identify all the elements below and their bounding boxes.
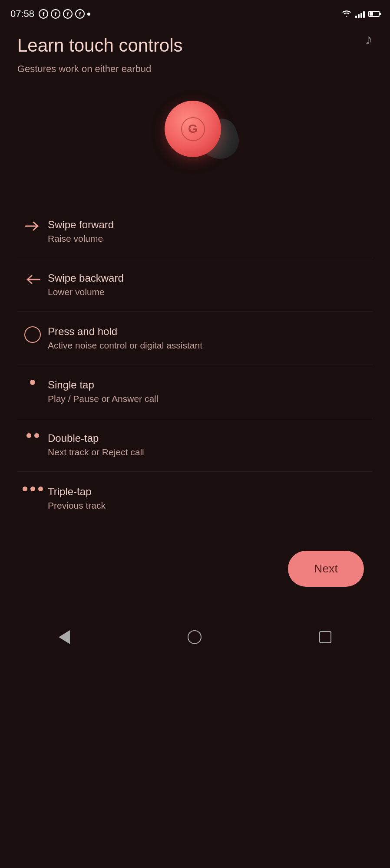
next-button[interactable]: Next — [288, 551, 364, 587]
page-subtitle: Gestures work on either earbud — [17, 63, 373, 75]
double-dot-icon — [26, 433, 39, 438]
double-tap-desc: Next track or Reject call — [48, 447, 373, 457]
triple-dot-icon — [23, 487, 43, 491]
google-g-logo: G — [181, 117, 205, 141]
facebook-icon-1: f — [39, 9, 48, 19]
next-button-container: Next — [17, 533, 373, 604]
swipe-backward-icon — [17, 272, 48, 286]
double-tap-text: Double-tap Next track or Reject call — [48, 432, 373, 457]
gesture-item-press-hold: Press and hold Active noise control or d… — [17, 312, 373, 365]
gesture-item-double-tap: Double-tap Next track or Reject call — [17, 418, 373, 472]
double-tap-icon — [17, 432, 48, 438]
triple-tap-text: Triple-tap Previous track — [48, 486, 373, 511]
earbud-visual: G — [152, 96, 238, 174]
swipe-forward-title: Swipe forward — [48, 219, 373, 231]
gesture-list: Swipe forward Raise volume Swipe backwar… — [17, 205, 373, 525]
wifi-icon — [341, 10, 352, 18]
swipe-backward-title: Swipe backward — [48, 272, 373, 284]
press-hold-desc: Active noise control or digital assistan… — [48, 340, 373, 351]
signal-icon — [355, 10, 365, 18]
home-icon — [188, 630, 202, 644]
triple-tap-icon — [17, 486, 48, 491]
gesture-item-single-tap: Single tap Play / Pause or Answer call — [17, 365, 373, 418]
swipe-forward-icon — [17, 219, 48, 233]
swipe-backward-desc: Lower volume — [48, 287, 373, 297]
recent-icon — [319, 631, 331, 643]
music-note-icon: ♪ — [365, 30, 373, 49]
status-time: 07:58 — [10, 8, 34, 20]
swipe-forward-text: Swipe forward Raise volume — [48, 219, 373, 244]
nav-recent-button[interactable] — [319, 631, 331, 643]
status-icons-right — [341, 10, 380, 18]
gesture-item-swipe-backward: Swipe backward Lower volume — [17, 258, 373, 312]
single-tap-title: Single tap — [48, 379, 373, 391]
nav-back-button[interactable] — [59, 630, 70, 644]
press-hold-title: Press and hold — [48, 326, 373, 338]
earbud-illustration: G — [17, 92, 373, 179]
earbud-touch-surface: G — [165, 101, 221, 157]
single-tap-desc: Play / Pause or Answer call — [48, 394, 373, 404]
double-tap-title: Double-tap — [48, 432, 373, 444]
back-icon — [59, 630, 70, 644]
notification-icons: f f f f — [39, 9, 90, 19]
main-content: ♪ Learn touch controls Gestures work on … — [0, 26, 390, 617]
nav-home-button[interactable] — [188, 630, 202, 644]
facebook-icon-4: f — [75, 9, 85, 19]
gesture-item-swipe-forward: Swipe forward Raise volume — [17, 205, 373, 258]
battery-icon — [368, 11, 380, 17]
press-hold-text: Press and hold Active noise control or d… — [48, 326, 373, 351]
swipe-forward-desc: Raise volume — [48, 233, 373, 244]
gesture-item-triple-tap: Triple-tap Previous track — [17, 472, 373, 525]
navigation-bar — [0, 621, 390, 657]
page-title: Learn touch controls — [17, 35, 373, 56]
circle-icon — [24, 326, 41, 343]
facebook-icon-3: f — [63, 9, 73, 19]
single-tap-icon — [17, 379, 48, 385]
arrow-right-icon — [24, 220, 41, 233]
single-tap-text: Single tap Play / Pause or Answer call — [48, 379, 373, 404]
status-left: 07:58 f f f f — [10, 8, 90, 20]
notification-dot — [87, 13, 90, 16]
arrow-left-icon — [24, 273, 41, 286]
facebook-icon-2: f — [51, 9, 60, 19]
status-bar: 07:58 f f f f — [0, 0, 390, 26]
triple-tap-title: Triple-tap — [48, 486, 373, 498]
single-dot-icon — [30, 380, 35, 385]
triple-tap-desc: Previous track — [48, 500, 373, 511]
swipe-backward-text: Swipe backward Lower volume — [48, 272, 373, 297]
press-hold-icon — [17, 326, 48, 343]
